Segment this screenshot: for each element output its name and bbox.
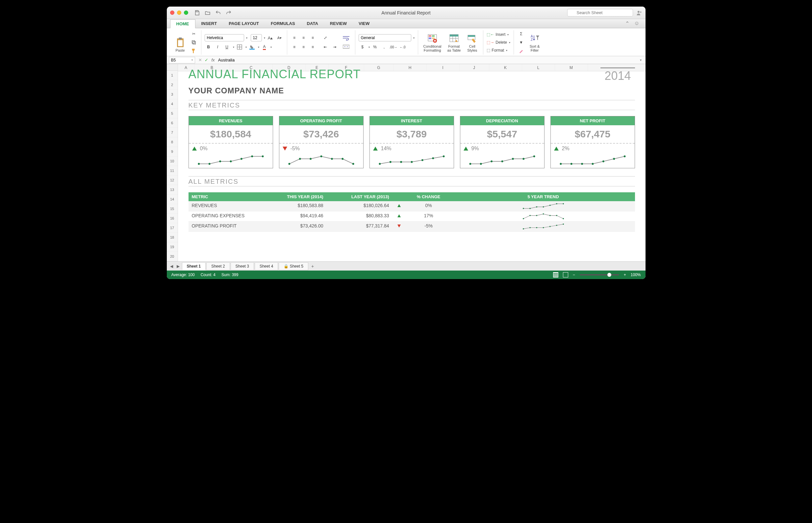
row-header[interactable]: 4 xyxy=(167,99,178,109)
accept-formula-icon[interactable]: ✓ xyxy=(205,57,208,62)
ribbon-tab-formulas[interactable]: FORMULAS xyxy=(265,19,301,28)
format-cells-button[interactable]: ⬚Format▾ xyxy=(487,47,510,54)
row-header[interactable]: 14 xyxy=(167,195,178,204)
row-header[interactable]: 17 xyxy=(167,223,178,233)
sort-filter-button[interactable]: AZ Sort & Filter xyxy=(527,32,542,53)
normal-view-icon[interactable] xyxy=(553,272,558,277)
row-header[interactable]: 15 xyxy=(167,204,178,214)
bold-button[interactable]: B xyxy=(205,43,212,51)
row-header[interactable]: 1 xyxy=(167,71,178,80)
table-row[interactable]: OPERATING PROFIT $73,426.00 $77,317.84 -… xyxy=(189,221,635,232)
row-header[interactable]: 19 xyxy=(167,242,178,252)
row-header[interactable]: 2 xyxy=(167,80,178,90)
increase-decimal-icon[interactable]: .00→ xyxy=(390,43,397,51)
font-size-select[interactable] xyxy=(251,34,262,41)
row-header[interactable]: 20 xyxy=(167,252,178,262)
autosum-icon[interactable]: Σ xyxy=(517,30,525,37)
redo-icon[interactable] xyxy=(226,10,231,16)
row-header[interactable]: 8 xyxy=(167,138,178,147)
row-header[interactable]: 13 xyxy=(167,185,178,195)
percent-icon[interactable]: % xyxy=(371,43,379,51)
number-format-select[interactable] xyxy=(359,34,411,41)
wrap-text-button[interactable] xyxy=(341,35,352,42)
italic-button[interactable]: I xyxy=(214,43,222,51)
cancel-formula-icon[interactable]: ✕ xyxy=(198,57,202,62)
ribbon-tab-data[interactable]: DATA xyxy=(301,19,324,28)
search-input[interactable] xyxy=(567,9,633,16)
save-icon[interactable] xyxy=(194,10,200,16)
row-header[interactable]: 7 xyxy=(167,128,178,138)
row-header[interactable]: 16 xyxy=(167,214,178,223)
table-row[interactable]: REVENUES $180,583.88 $180,026.64 0% xyxy=(189,201,635,211)
insert-cells-button[interactable]: ⬚←Insert▾ xyxy=(487,31,510,38)
decrease-font-icon[interactable]: A▾ xyxy=(276,34,283,41)
font-name-select[interactable] xyxy=(205,34,244,41)
format-as-table-button[interactable]: Format as Table xyxy=(446,32,463,53)
add-sheet-button[interactable]: + xyxy=(308,264,317,269)
orientation-icon[interactable]: ⤢ xyxy=(322,34,329,41)
ribbon-tab-review[interactable]: REVIEW xyxy=(324,19,353,28)
undo-icon[interactable] xyxy=(215,10,221,16)
next-sheet-button[interactable]: ▶ xyxy=(175,264,181,269)
prev-sheet-button[interactable]: ◀ xyxy=(169,264,175,269)
align-top-icon[interactable]: ≡ xyxy=(291,34,298,41)
row-header[interactable]: 5 xyxy=(167,109,178,118)
row-header[interactable]: 10 xyxy=(167,157,178,166)
fill-icon[interactable]: ▼ xyxy=(517,39,525,46)
zoom-slider[interactable] xyxy=(580,274,619,275)
align-left-icon[interactable]: ≡ xyxy=(291,43,298,51)
ribbon-tab-page-layout[interactable]: PAGE LAYOUT xyxy=(223,19,265,28)
zoom-out-button[interactable]: − xyxy=(573,272,575,277)
sheet-tab[interactable]: Sheet 3 xyxy=(231,262,254,270)
fx-icon[interactable]: fx xyxy=(211,57,215,62)
paste-button[interactable]: Paste xyxy=(173,32,188,53)
sheet-tab[interactable]: Sheet 2 xyxy=(206,262,230,270)
row-header[interactable]: 12 xyxy=(167,176,178,185)
clear-icon[interactable] xyxy=(517,47,525,55)
border-button[interactable] xyxy=(236,43,243,51)
table-row[interactable]: OPERATING EXPENSES $94,419.46 $80,883.33… xyxy=(189,211,635,221)
font-color-button[interactable]: A xyxy=(261,43,269,51)
conditional-formatting-button[interactable]: Conditional Formatting xyxy=(421,32,444,53)
feedback-icon[interactable]: ☺ xyxy=(634,20,639,26)
cut-icon[interactable]: ✂ xyxy=(190,30,198,37)
row-header[interactable]: 6 xyxy=(167,118,178,128)
collapse-ribbon-icon[interactable]: ⌃ xyxy=(625,20,629,26)
align-right-icon[interactable]: ≡ xyxy=(309,43,317,51)
formula-input[interactable] xyxy=(218,57,638,63)
merge-button[interactable] xyxy=(341,43,352,50)
delete-cells-button[interactable]: ⬚→Delete▾ xyxy=(487,39,510,46)
row-header[interactable]: 9 xyxy=(167,147,178,157)
share-icon[interactable] xyxy=(636,10,642,16)
align-bottom-icon[interactable]: ≡ xyxy=(309,34,317,41)
increase-indent-icon[interactable]: ⇥ xyxy=(331,43,339,51)
open-icon[interactable] xyxy=(205,10,211,16)
expand-formula-bar-icon[interactable]: ▾ xyxy=(638,58,643,62)
comma-icon[interactable]: , xyxy=(380,43,388,51)
row-header[interactable]: 3 xyxy=(167,90,178,99)
increase-font-icon[interactable]: A▴ xyxy=(266,34,274,41)
row-header[interactable]: 18 xyxy=(167,233,178,242)
chevron-down-icon[interactable]: ▾ xyxy=(264,36,265,39)
decrease-indent-icon[interactable]: ⇤ xyxy=(322,43,329,51)
zoom-level[interactable]: 100% xyxy=(631,272,641,277)
spreadsheet-grid[interactable]: 1234567891011121314151617181920 ABCDEFGH… xyxy=(167,64,645,262)
format-painter-icon[interactable] xyxy=(190,47,198,55)
chevron-down-icon[interactable]: ▾ xyxy=(413,36,415,39)
select-all-corner[interactable] xyxy=(167,64,178,71)
sheet-tab[interactable]: Sheet 1 xyxy=(182,262,206,270)
align-center-icon[interactable]: ≡ xyxy=(300,43,308,51)
underline-button[interactable]: U xyxy=(223,43,231,51)
row-header[interactable]: 11 xyxy=(167,166,178,176)
cell-styles-button[interactable]: Cell Styles xyxy=(465,32,480,53)
sheet-tab[interactable]: Sheet 4 xyxy=(255,262,278,270)
minimize-window-button[interactable] xyxy=(177,11,181,15)
maximize-window-button[interactable] xyxy=(184,11,188,15)
chevron-down-icon[interactable]: ▾ xyxy=(246,36,247,39)
name-box[interactable]: B5▾ xyxy=(169,57,195,64)
ribbon-tab-home[interactable]: HOME xyxy=(170,19,195,28)
ribbon-tab-insert[interactable]: INSERT xyxy=(195,19,223,28)
close-window-button[interactable] xyxy=(170,11,174,15)
align-middle-icon[interactable]: ≡ xyxy=(300,34,308,41)
decrease-decimal-icon[interactable]: ←.0 xyxy=(399,43,407,51)
